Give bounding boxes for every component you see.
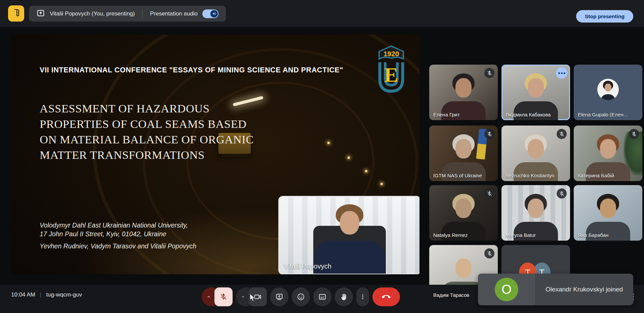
participant-name-label: Елена Грит [433, 112, 460, 117]
mic-off-icon [559, 131, 565, 137]
toggle-thumb [210, 10, 218, 18]
participant-name-label: Яна Барабан [578, 232, 608, 238]
meet-door-logo[interactable] [8, 5, 24, 22]
self-view-name-label: Vitalii Popovych [284, 263, 331, 270]
authors-text: Yevhen Rudniev, Vadym Tarasov and Vitali… [40, 242, 196, 250]
participant-name-label: Катерина Бабій [578, 173, 614, 178]
slide-title: ASSESSMENT OF HAZARDOUS PROPERTIES OF CO… [40, 101, 254, 163]
mic-options-chevron-button[interactable] [202, 287, 216, 306]
mic-off-icon [487, 251, 492, 256]
participant-tile[interactable]: Людмила Кабакова [501, 65, 570, 120]
presenting-status-pill: Vitalii Popovych (You, presenting) Prese… [29, 6, 226, 22]
chevron-up-icon [240, 294, 246, 300]
participant-tile[interactable]: Natalya Remez [429, 185, 498, 241]
logo-letter-text: E [384, 63, 398, 86]
participant-tile[interactable]: Maryna Batur [501, 185, 570, 241]
mic-off-icon [631, 131, 637, 137]
presenter-name-label: Vitalii Popovych (You, presenting) [50, 10, 135, 17]
mic-off-badge [557, 188, 567, 199]
meeting-code-label: tug-wqcm-guv [46, 291, 82, 298]
captions-button[interactable] [313, 287, 331, 306]
presentation-slide: VII INTERNATIONAL CONFERENCE "ESSAYS OF … [11, 35, 419, 274]
clock-label: 10:04 AM [11, 291, 35, 298]
toast-avatar-section: O [478, 274, 535, 305]
mic-off-badge [484, 188, 494, 199]
participant-name-label: Bezruchko Kostiantyn [506, 173, 554, 178]
mic-off-icon [220, 293, 227, 301]
participant-name-label: Людмила Кабакова [506, 112, 551, 117]
divider [142, 9, 143, 18]
participant-avatar [597, 79, 619, 100]
join-notification-toast: O Olexandr Krukovskyi joined [478, 274, 633, 305]
mic-off-badge [557, 129, 567, 139]
stop-presenting-button[interactable]: Stop presenting [576, 10, 633, 23]
camera-toggle-button[interactable] [249, 287, 267, 306]
main-stage: VII INTERNATIONAL CONFERENCE "ESSAYS OF … [0, 27, 644, 285]
captions-icon [318, 293, 326, 301]
participant-name-label: Elena Gupalo (Елен... [578, 112, 628, 117]
presentation-audio-label: Presentation audio [150, 10, 198, 17]
call-controls [202, 287, 400, 306]
videocam-icon [254, 293, 262, 301]
raised-hand-icon [340, 293, 348, 301]
self-view-tile[interactable]: Vitalii Popovych [278, 196, 419, 274]
participant-name-label: Вадим Тарасов [433, 292, 469, 298]
kebab-menu-icon [359, 293, 366, 300]
self-view-person [340, 211, 359, 235]
tunnel-light [365, 170, 367, 172]
reactions-button[interactable] [292, 287, 310, 306]
present-screen-icon [36, 9, 45, 19]
mic-control-group [202, 287, 233, 306]
raise-hand-button[interactable] [335, 287, 353, 306]
presentation-audio-toggle[interactable] [202, 9, 218, 18]
toast-message: Olexandr Krukovskyi joined [546, 286, 623, 293]
present-now-button[interactable] [270, 287, 288, 306]
logo-year-text: 1920 [384, 50, 399, 58]
participant-tile[interactable]: Яна Барабан [574, 185, 642, 241]
speaker-icon [212, 11, 216, 16]
door-icon [12, 8, 21, 19]
mic-off-badge [629, 129, 639, 139]
tunnel-light [380, 183, 383, 185]
mic-off-badge [484, 129, 494, 139]
mic-off-icon [487, 131, 492, 137]
call-end-icon [382, 292, 391, 301]
participant-name-label: Natalya Remez [433, 232, 468, 238]
mic-off-icon [559, 191, 565, 197]
mic-mute-button[interactable] [214, 287, 233, 306]
mic-off-badge [484, 248, 494, 258]
mic-off-icon [487, 191, 492, 197]
participant-tile[interactable]: Катерина Бабій [574, 126, 642, 181]
participant-tile[interactable]: Elena Gupalo (Елен... [574, 65, 642, 120]
conference-title: VII INTERNATIONAL CONFERENCE "ESSAYS OF … [40, 66, 343, 74]
participant-name-label: Maryna Batur [506, 232, 536, 238]
participant-tile[interactable]: IGTM NAS of Ukraine [429, 126, 498, 181]
chevron-up-icon [206, 294, 211, 300]
affiliation-text: Volodymyr Dahl East Ukrainian National U… [40, 221, 188, 238]
present-screen-icon [275, 293, 283, 301]
participant-name-label: IGTM NAS of Ukraine [433, 173, 482, 178]
participant-tile[interactable]: Елена Грит [429, 65, 498, 120]
smiley-icon [297, 293, 305, 301]
tunnel-light [327, 142, 330, 144]
camera-control-group [236, 287, 267, 306]
university-logo: 1920 E [375, 44, 407, 97]
more-options-button[interactable] [356, 287, 369, 306]
participant-tile[interactable]: Bezruchko Kostiantyn [501, 126, 570, 181]
tunnel-light [348, 156, 350, 159]
meeting-meta: 10:04 AM | tug-wqcm-guv [11, 291, 82, 298]
mic-off-icon [487, 70, 492, 76]
top-bar: Vitalii Popovych (You, presenting) Prese… [0, 0, 644, 27]
leave-call-button[interactable] [372, 287, 400, 306]
joined-user-avatar: O [495, 278, 518, 301]
camera-options-chevron-button[interactable] [236, 287, 250, 306]
mic-off-badge [484, 68, 494, 78]
divider: | [40, 291, 41, 298]
more-options-badge[interactable] [556, 67, 567, 79]
toast-message-section: Olexandr Krukovskyi joined [535, 274, 633, 305]
